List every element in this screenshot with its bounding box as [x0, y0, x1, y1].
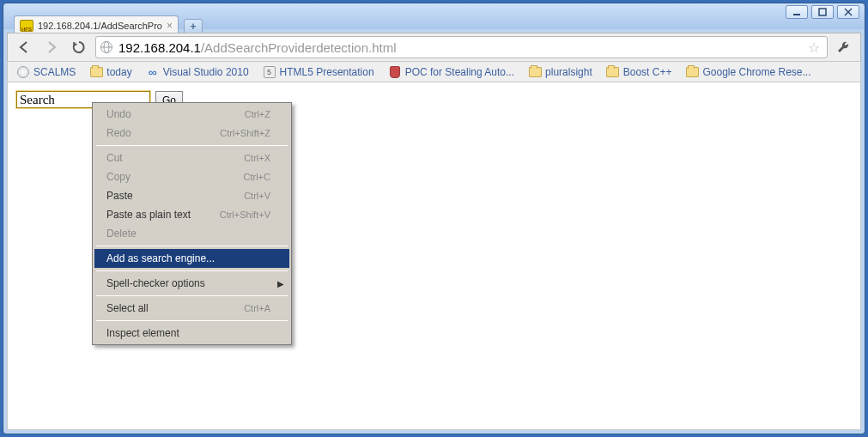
bookmark-label: today	[106, 66, 131, 78]
menu-item[interactable]: Spell-checker options▶	[94, 274, 289, 293]
bookmark-label: POC for Stealing Auto...	[405, 66, 514, 78]
folder-icon	[89, 65, 103, 79]
bookmark-star-icon[interactable]: ☆	[804, 39, 823, 56]
menu-item[interactable]: Inspect element	[94, 324, 289, 343]
browser-window: 192.168.204.1/AddSearchPro × + 192.168.2…	[3, 3, 865, 434]
bookmark-item[interactable]: SCALMS	[11, 64, 81, 81]
folder-icon	[685, 65, 699, 79]
globe-icon	[16, 65, 30, 79]
menu-item: CopyCtrl+C	[94, 167, 289, 186]
menu-item-label: Inspect element	[106, 327, 179, 339]
shield-icon	[388, 65, 402, 79]
menu-separator	[96, 145, 288, 146]
menu-item-shortcut: Ctrl+X	[244, 153, 270, 163]
menu-item[interactable]: PasteCtrl+V	[94, 186, 289, 205]
url-host: 192.168.204.1	[118, 40, 201, 55]
reload-button[interactable]	[68, 36, 90, 58]
menu-separator	[96, 246, 288, 246]
menu-item-shortcut: Ctrl+A	[244, 303, 270, 313]
bookmark-label: Boost C++	[623, 66, 672, 78]
settings-wrench-icon[interactable]	[833, 36, 855, 58]
forward-button[interactable]	[40, 36, 63, 58]
bookmark-item[interactable]: 5HTML5 Presentation	[258, 64, 379, 81]
bookmarks-bar: SCALMStoday∞Visual Studio 20105HTML5 Pre…	[7, 62, 861, 82]
menu-item-label: Redo	[106, 127, 131, 139]
menu-item: Delete	[94, 224, 289, 243]
menu-separator	[96, 320, 288, 321]
menu-item[interactable]: Paste as plain textCtrl+Shift+V	[94, 205, 289, 224]
menu-item-label: Paste as plain text	[106, 209, 191, 221]
bookmark-label: pluralsight	[545, 66, 592, 78]
folder-icon	[606, 65, 620, 79]
submenu-arrow-icon: ▶	[277, 279, 284, 288]
browser-tab[interactable]: 192.168.204.1/AddSearchPro ×	[14, 15, 179, 34]
menu-separator	[96, 270, 288, 271]
bookmark-item[interactable]: POC for Stealing Auto...	[383, 64, 519, 81]
menu-item-shortcut: Ctrl+Shift+Z	[220, 128, 270, 138]
bookmark-label: HTML5 Presentation	[280, 66, 374, 78]
back-button[interactable]	[13, 36, 35, 58]
tab-close-icon[interactable]: ×	[167, 21, 173, 31]
url-path: /AddSearchProviderdetection.html	[201, 40, 397, 55]
menu-item-label: Paste	[106, 190, 133, 202]
menu-item-label: Cut	[106, 152, 123, 164]
menu-item: UndoCtrl+Z	[94, 105, 289, 124]
tab-title: 192.168.204.1/AddSearchPro	[38, 21, 162, 31]
menu-item: CutCtrl+X	[94, 149, 289, 167]
menu-item-shortcut: Ctrl+Shift+V	[220, 209, 270, 220]
menu-item-label: Select all	[106, 302, 149, 314]
menu-item-label: Copy	[106, 171, 131, 183]
menu-separator	[96, 295, 288, 296]
folder-icon	[528, 65, 542, 79]
bookmark-label: Google Chrome Rese...	[702, 66, 810, 78]
menu-item-shortcut: Ctrl+V	[244, 191, 270, 201]
url-text: 192.168.204.1/AddSearchProviderdetection…	[118, 40, 799, 55]
menu-item-label: Undo	[106, 108, 131, 120]
menu-item: RedoCtrl+Shift+Z	[94, 124, 289, 143]
bookmark-item[interactable]: today	[84, 64, 137, 81]
site-info-icon[interactable]	[100, 40, 113, 54]
bookmark-item[interactable]: ∞Visual Studio 2010	[141, 64, 254, 81]
five-icon: 5	[263, 65, 276, 79]
menu-item-label: Spell-checker options	[106, 277, 205, 289]
favicon-icon	[20, 20, 33, 32]
inf-icon: ∞	[146, 65, 160, 79]
bookmark-item[interactable]: Boost C++	[601, 64, 677, 81]
tab-strip: 192.168.204.1/AddSearchPro × +	[14, 14, 854, 34]
bookmark-item[interactable]: Google Chrome Rese...	[680, 64, 816, 81]
menu-item-label: Delete	[106, 228, 137, 240]
menu-item-shortcut: Ctrl+Z	[245, 109, 270, 119]
bookmark-label: Visual Studio 2010	[163, 66, 249, 78]
menu-item-label: Add as search engine...	[106, 252, 215, 264]
address-bar[interactable]: 192.168.204.1/AddSearchProviderdetection…	[95, 36, 828, 58]
menu-item-shortcut: Ctrl+C	[244, 172, 270, 182]
nav-toolbar: 192.168.204.1/AddSearchProviderdetection…	[7, 33, 861, 62]
bookmark-item[interactable]: pluralsight	[523, 64, 598, 81]
context-menu: UndoCtrl+ZRedoCtrl+Shift+ZCutCtrl+XCopyC…	[92, 102, 292, 345]
menu-item[interactable]: Add as search engine...	[94, 249, 289, 268]
menu-item[interactable]: Select allCtrl+A	[94, 299, 289, 318]
bookmark-label: SCALMS	[33, 66, 76, 78]
